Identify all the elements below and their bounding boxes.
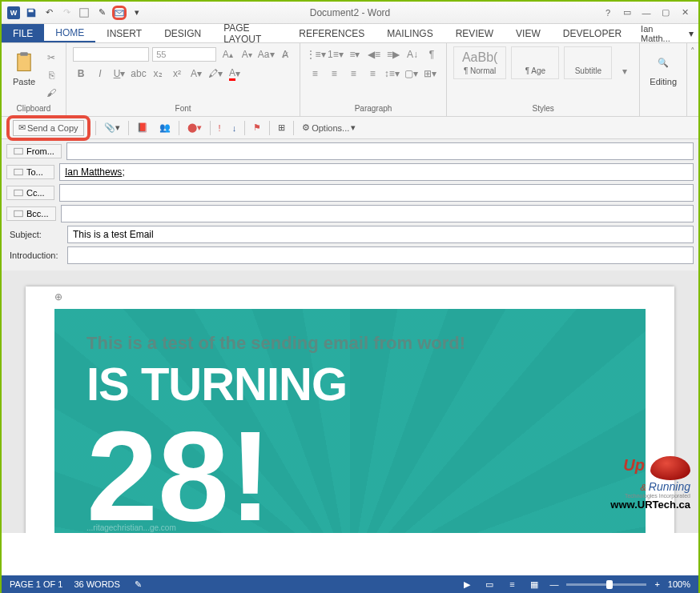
page-indicator[interactable]: PAGE 1 OF 1 [10,579,62,589]
zoom-level[interactable]: 100% [668,579,690,589]
redo-icon[interactable]: ↷ [59,6,74,20]
style-age[interactable]: ¶ Age [511,46,559,79]
undo-icon[interactable]: ↶ [42,6,56,20]
ribbon-display-icon[interactable]: ▭ [620,6,634,20]
zoom-thumb[interactable] [606,580,613,589]
web-layout-icon[interactable]: ▦ [527,577,541,591]
doc-heading-1[interactable]: This is a test of the sending email from… [86,333,614,354]
spellcheck-icon[interactable]: ✎ [131,577,146,591]
check-names-icon[interactable]: 👥 [156,120,174,136]
maximize-icon[interactable]: ▢ [658,6,673,20]
align-left-icon[interactable]: ≡ [307,66,323,82]
borders-icon[interactable]: ⊞▾ [422,66,438,82]
strikethrough-icon[interactable]: abc [131,66,147,82]
highlight-icon[interactable]: 🖍▾ [207,66,223,82]
to-button[interactable]: To... [6,165,54,179]
send-to-mail-icon[interactable] [112,6,127,20]
save-icon[interactable] [24,6,38,20]
importance-high-icon[interactable]: ! [215,120,224,136]
macro-icon[interactable]: ▶ [460,577,474,591]
qat-icon-1[interactable] [77,6,91,20]
attach-icon[interactable]: 📎▾ [101,120,123,136]
address-book-icon[interactable]: 📕 [134,120,151,136]
account-dropdown-icon[interactable]: ▾ [684,24,698,42]
grow-font-icon[interactable]: A▴ [219,46,235,62]
subscript-icon[interactable]: x₂ [150,66,166,82]
line-spacing-icon[interactable]: ↕≡▾ [384,66,400,82]
underline-icon[interactable]: U▾ [111,66,127,82]
zoom-in-icon[interactable]: + [654,579,659,589]
copy-icon[interactable]: ⎘ [43,67,59,83]
document-area[interactable]: ⊕ This is a test of the sending email fr… [2,270,698,533]
paste-button[interactable]: Paste [8,46,40,101]
tab-developer[interactable]: DEVELOPER [552,24,633,42]
options-button[interactable]: ⚙ Options...▾ [299,120,359,136]
subject-input[interactable] [67,226,694,243]
tab-design[interactable]: DESIGN [153,24,212,42]
zoom-out-icon[interactable]: — [549,579,558,589]
from-input[interactable] [66,142,694,160]
multilevel-list-icon[interactable]: ≡▾ [347,46,363,62]
flag-icon[interactable]: ⚑ [250,120,264,136]
read-mode-icon[interactable]: ▭ [482,577,497,591]
close-icon[interactable]: ✕ [678,6,692,20]
document-page[interactable]: ⊕ This is a test of the sending email fr… [26,286,674,533]
bullets-icon[interactable]: ⋮≡▾ [307,46,324,62]
tab-pagelayout[interactable]: PAGE LAYOUT [212,24,288,42]
numbering-icon[interactable]: 1≡▾ [328,46,344,62]
create-rule-icon[interactable]: ⊞ [275,120,288,136]
clear-formatting-icon[interactable]: A̷ [277,46,293,62]
cc-input[interactable] [59,184,694,202]
word-icon[interactable]: W [6,6,21,20]
tab-review[interactable]: REVIEW [445,24,505,42]
zoom-slider[interactable] [566,583,646,586]
font-size-select[interactable] [152,47,216,62]
tab-file[interactable]: FILE [2,24,44,42]
change-case-icon[interactable]: Aa▾ [258,46,274,62]
shading-icon[interactable]: ▢▾ [403,66,419,82]
font-color-icon[interactable]: A▾ [227,66,243,82]
word-count[interactable]: 36 WORDS [74,579,119,589]
shrink-font-icon[interactable]: A▾ [239,46,255,62]
align-center-icon[interactable]: ≡ [326,66,342,82]
print-layout-icon[interactable]: ≡ [505,577,519,591]
cut-icon[interactable]: ✂ [43,50,59,66]
importance-low-icon[interactable]: ↓ [229,120,240,136]
show-hide-icon[interactable]: ¶ [424,46,440,62]
bold-icon[interactable]: B [73,66,89,82]
tab-references[interactable]: REFERENCES [288,24,376,42]
font-family-select[interactable] [73,47,149,62]
superscript-icon[interactable]: x² [169,66,185,82]
send-copy-button[interactable]: ✉ Send a Copy [13,120,84,136]
doc-big-number[interactable]: 28! [86,419,614,533]
bcc-button[interactable]: Bcc... [6,206,56,221]
decrease-indent-icon[interactable]: ◀≡ [366,46,382,62]
tab-mailings[interactable]: MAILINGS [376,24,444,42]
help-icon[interactable]: ? [601,6,615,20]
recipient-chip[interactable]: Ian Matthews [65,166,122,178]
to-input[interactable]: Ian Matthews; [59,163,694,181]
collapse-ribbon-icon[interactable]: ˄ [687,43,698,116]
sort-icon[interactable]: A↓ [404,46,420,62]
intro-input[interactable] [67,246,694,264]
tab-home[interactable]: HOME [44,24,95,42]
qat-customize-icon[interactable]: ▾ [130,6,144,20]
styles-more-icon[interactable]: ▾ [617,63,633,79]
increase-indent-icon[interactable]: ≡▶ [385,46,401,62]
editing-button[interactable]: 🔍 Editing [646,46,680,90]
format-painter-icon[interactable]: 🖌 [43,85,59,101]
permission-icon[interactable]: ⬤▾ [184,120,205,136]
style-subtitle[interactable]: Subtitle [564,46,612,79]
style-normal[interactable]: AaBb( ¶ Normal [453,46,506,79]
qat-icon-2[interactable]: ✎ [95,6,109,20]
anchor-icon[interactable]: ⊕ [54,291,62,303]
doc-heading-2[interactable]: IS TURNING [86,357,614,411]
document-content[interactable]: This is a test of the sending email from… [54,309,646,533]
cc-button[interactable]: Cc... [6,186,54,200]
tab-view[interactable]: VIEW [505,24,552,42]
italic-icon[interactable]: I [92,66,108,82]
from-button[interactable]: From... [6,144,62,158]
bcc-input[interactable] [61,205,694,222]
account-name[interactable]: Ian Matth... [633,24,684,42]
align-right-icon[interactable]: ≡ [345,66,361,82]
